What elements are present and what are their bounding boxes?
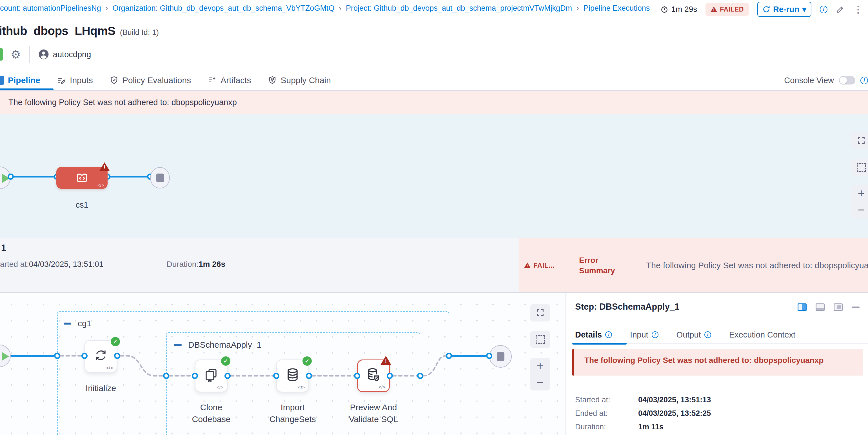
layout-split-right-button[interactable] xyxy=(798,304,807,311)
step-graph-canvas[interactable]: cg1 DBSchemaApply_1 ✓ </> Initialize xyxy=(0,293,565,435)
connector-port xyxy=(163,373,169,379)
info-icon[interactable]: i xyxy=(704,331,711,338)
execution-tabs: Pipeline Inputs Policy Evaluations Artif… xyxy=(0,70,868,91)
marquee-select-button[interactable] xyxy=(530,331,550,348)
zoom-controls: + − xyxy=(851,185,868,218)
code-badge: </> xyxy=(298,385,305,390)
execution-duration-value: 1m 29s xyxy=(671,5,697,14)
initialize-icon xyxy=(93,348,108,363)
info-icon[interactable]: i xyxy=(652,331,658,338)
success-check-icon: ✓ xyxy=(111,337,120,346)
tab-supply-chain[interactable]: Supply Chain xyxy=(268,75,331,85)
meta-row: ⚙ autocdpng xyxy=(0,45,91,64)
header-actions: 1m 29s FAILED Re-run ▾ i ⋮ xyxy=(660,2,863,17)
clone-codebase-icon xyxy=(204,367,219,382)
console-view-toggle[interactable] xyxy=(839,76,855,85)
step-node-initialize[interactable]: ✓ </> xyxy=(85,340,117,373)
tab-policy-evaluations[interactable]: Policy Evaluations xyxy=(109,75,191,85)
graph-controls: + − xyxy=(851,132,868,218)
console-view-label: Console View xyxy=(784,76,834,85)
step-details-panel: Step: DBSchemaApply_1 Details i Input i … xyxy=(566,293,868,435)
tab-artifacts[interactable]: Artifacts xyxy=(207,75,251,85)
layout-split-bottom-button[interactable] xyxy=(816,304,825,311)
detail-label: Started at: xyxy=(575,396,638,404)
edit-pencil-icon[interactable] xyxy=(836,5,845,14)
marquee-select-button[interactable] xyxy=(851,159,868,176)
step-detail-tabs: Details i Input i Output i Execution Con… xyxy=(575,326,868,344)
stage-summary-bar: 1 arted at: 04/03/2025, 13:51:01 Duratio… xyxy=(0,238,868,292)
info-icon[interactable]: i xyxy=(820,6,828,13)
breadcrumb-account[interactable]: count: automationPipelinesNg xyxy=(0,4,101,13)
minimize-panel-button[interactable] xyxy=(852,307,860,308)
zoom-in-button[interactable]: + xyxy=(530,358,550,374)
duration-value: 1m 26s xyxy=(198,260,225,269)
error-summary-label: Error Summary xyxy=(579,255,621,276)
error-summary-section: FAIL... Error Summary The following Poli… xyxy=(519,238,868,292)
tab-input[interactable]: Input i xyxy=(630,330,658,340)
graph-controls: + − xyxy=(530,304,550,391)
chevron-right-icon: › xyxy=(339,4,341,13)
tab-details[interactable]: Details i xyxy=(575,330,612,340)
step-node-clone-codebase[interactable]: ✓ </> xyxy=(195,360,227,392)
step-group-label: cg1 xyxy=(78,319,91,328)
tab-inputs[interactable]: Inputs xyxy=(57,75,93,85)
breadcrumb-project[interactable]: Project: Github_db_devops_aut_db_schema_… xyxy=(346,4,572,13)
breadcrumb-organization[interactable]: Organization: Github_db_devops_aut_db_sc… xyxy=(112,4,334,13)
stage-graph-canvas[interactable]: </> cs1 + − xyxy=(0,114,868,238)
step-label-preview-validate-sql: Preview AndValidate SQL xyxy=(340,401,407,425)
zoom-out-button[interactable]: − xyxy=(530,374,550,391)
inputs-icon xyxy=(57,75,66,85)
fullscreen-button[interactable] xyxy=(530,304,550,321)
connector-port xyxy=(273,373,279,379)
collapse-minus-icon[interactable] xyxy=(174,344,182,346)
detail-row-duration: Duration: 1m 11s xyxy=(575,420,711,434)
info-icon[interactable]: i xyxy=(605,331,612,338)
step-node-preview-validate-sql[interactable]: </> xyxy=(357,360,390,392)
error-summary-message: The following Policy Set was not adhered… xyxy=(646,260,868,270)
connector-port xyxy=(446,353,452,359)
top-header: count: automationPipelinesNg › Organizat… xyxy=(0,0,868,14)
status-strip xyxy=(0,48,3,61)
marquee-icon xyxy=(536,335,545,344)
trigger-user: autocdpng xyxy=(53,50,91,59)
breadcrumb: count: automationPipelinesNg › Organizat… xyxy=(0,4,650,13)
connector-port xyxy=(54,353,60,359)
connector-port xyxy=(192,373,198,379)
active-tab-underline xyxy=(0,89,54,90)
zoom-out-button[interactable]: − xyxy=(851,202,868,218)
panel-layout-controls xyxy=(798,304,860,311)
step-label-clone-codebase: CloneCodebase xyxy=(178,401,245,425)
step-group-header[interactable]: DBSchemaApply_1 xyxy=(174,340,261,350)
layout-floating-button[interactable] xyxy=(834,304,843,311)
step-group-header[interactable]: cg1 xyxy=(64,319,91,328)
tab-pipeline[interactable]: Pipeline xyxy=(0,75,40,85)
tab-label: Pipeline xyxy=(8,75,40,85)
stage-node-cs1[interactable]: </> xyxy=(56,167,107,189)
breadcrumb-pipeline-executions[interactable]: Pipeline Executions xyxy=(584,4,650,13)
custom-stage-icon xyxy=(73,170,91,186)
connector-port xyxy=(486,353,492,359)
stop-icon xyxy=(156,174,164,182)
rerun-button[interactable]: Re-run ▾ xyxy=(757,2,811,17)
more-options-icon[interactable]: ⋮ xyxy=(854,4,863,14)
step-detail-rows: Started at: 04/03/2025, 13:51:13 Ended a… xyxy=(575,393,711,434)
play-icon xyxy=(2,352,9,361)
active-tab-underline xyxy=(572,343,627,345)
info-icon[interactable]: i xyxy=(860,76,868,84)
tab-label: Details xyxy=(575,330,602,340)
policy-warning-text: The following Policy Set was not adhered… xyxy=(8,98,237,107)
step-node-import-changesets[interactable]: ✓ </> xyxy=(276,360,309,392)
user-avatar-icon xyxy=(38,49,49,60)
stage-end-node xyxy=(489,345,512,368)
warning-triangle-icon xyxy=(524,262,531,268)
database-check-icon xyxy=(366,367,381,382)
detail-value: 1m 11s xyxy=(638,423,663,431)
gear-icon[interactable]: ⚙ xyxy=(11,49,21,60)
fullscreen-button[interactable] xyxy=(851,132,868,149)
tab-output[interactable]: Output i xyxy=(677,330,711,340)
graph-edge xyxy=(11,176,57,178)
collapse-minus-icon[interactable] xyxy=(64,322,71,324)
stage-times: arted at: 04/03/2025, 13:51:01 Duration:… xyxy=(0,260,225,269)
tab-execution-context[interactable]: Execution Context xyxy=(729,330,795,340)
zoom-in-button[interactable]: + xyxy=(851,185,868,202)
